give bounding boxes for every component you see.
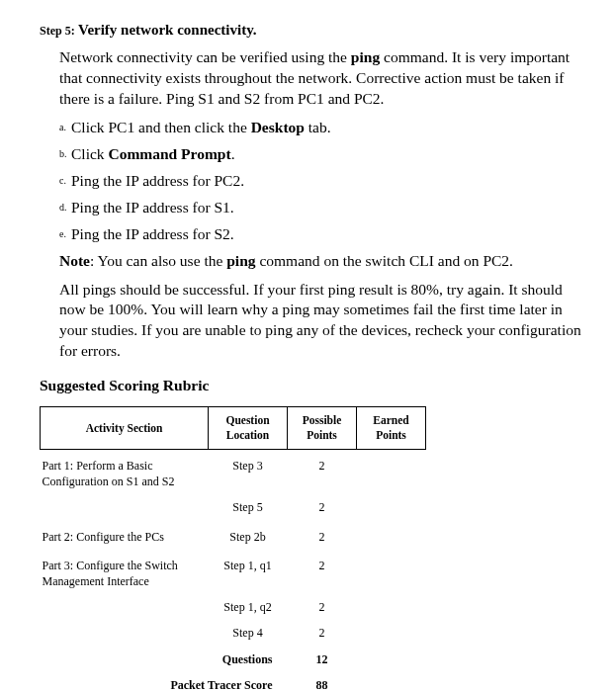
cell-earned: [357, 450, 426, 495]
note-label: Note: [59, 252, 90, 269]
header-activity: Activity Section: [41, 407, 209, 450]
substep-letter: d.: [59, 201, 67, 215]
cell-section: [41, 594, 209, 620]
table-row: Part 3: Configure the Switch Management …: [41, 550, 426, 594]
substep-a: a. Click PC1 and then click the Desktop …: [59, 118, 586, 138]
cell-earned: [357, 494, 426, 520]
cell-points: 2: [288, 494, 357, 520]
rubric-heading: Suggested Scoring Rubric: [40, 376, 586, 396]
rubric-table: Activity Section Question Location Possi…: [40, 406, 426, 692]
intro-text-a: Network connectivity can be verified usi…: [59, 48, 351, 65]
cell-points: 2: [288, 550, 357, 594]
substep-e: e. Ping the IP address for S2.: [59, 224, 586, 245]
header-earned: Earned Points: [357, 407, 426, 450]
cell-section: Part 1: Perform a Basic Configuration on…: [41, 450, 209, 495]
cell-section: Part 2: Configure the PCs: [41, 521, 209, 550]
closing-paragraph: All pings should be successful. If your …: [59, 280, 586, 363]
table-row: Step 5 2: [41, 494, 426, 520]
intro-bold: ping: [351, 48, 380, 65]
summary-points: 88: [288, 672, 357, 692]
table-row: Step 1, q2 2: [41, 594, 426, 620]
cell-location: Step 5: [209, 494, 288, 520]
step-header: Step 5: Verify network connectivity.: [40, 20, 586, 40]
note-paragraph: Note: You can also use the ping command …: [59, 251, 586, 272]
summary-row: Questions 12: [41, 647, 426, 672]
cell-points: 2: [288, 620, 357, 646]
summary-label: Questions: [209, 647, 288, 672]
substep-text: Ping the IP address for PC2.: [71, 172, 244, 189]
note-text-a: : You can also use the: [90, 252, 226, 269]
table-row: Part 2: Configure the PCs Step 2b 2: [41, 521, 426, 550]
summary-row: Packet Tracer Score 88: [41, 672, 426, 692]
note-bold: ping: [226, 252, 255, 269]
cell-points: 2: [288, 450, 357, 495]
substep-text: Ping the IP address for S1.: [71, 199, 234, 216]
summary-label: Packet Tracer Score: [41, 672, 288, 692]
cell-location: Step 2b: [209, 521, 288, 550]
cell-location: Step 1, q2: [209, 594, 288, 620]
cell-earned: [357, 594, 426, 620]
table-row: Step 4 2: [41, 620, 426, 646]
substep-bold: Desktop: [251, 119, 305, 135]
substep-post: tab.: [305, 119, 331, 135]
cell-points: 2: [288, 521, 357, 550]
substep-text: Click PC1 and then click the: [71, 119, 251, 135]
table-header-row: Activity Section Question Location Possi…: [41, 407, 426, 450]
cell-earned: [357, 550, 426, 594]
cell-section: Part 3: Configure the Switch Management …: [41, 550, 209, 594]
header-question: Question Location: [209, 407, 288, 450]
cell-location: Step 4: [209, 620, 288, 646]
note-text-c: command on the switch CLI and on PC2.: [256, 252, 513, 269]
substep-letter: b.: [59, 147, 67, 161]
substep-text: Ping the IP address for S2.: [71, 225, 234, 242]
substep-letter: c.: [59, 174, 66, 188]
cell-points: 2: [288, 594, 357, 620]
cell-section: [41, 620, 209, 646]
substep-c: c. Ping the IP address for PC2.: [59, 171, 586, 192]
substep-d: d. Ping the IP address for S1.: [59, 198, 586, 218]
intro-paragraph: Network connectivity can be verified usi…: [59, 47, 586, 110]
cell-section: [41, 494, 209, 520]
cell-location: Step 1, q1: [209, 550, 288, 594]
step-label: Step 5:: [40, 24, 75, 38]
substep-b: b. Click Command Prompt.: [59, 144, 586, 165]
substep-letter: e.: [59, 227, 66, 241]
cell-earned: [357, 521, 426, 550]
substep-bold: Command Prompt: [108, 145, 230, 162]
substep-text: Click: [71, 145, 108, 162]
summary-points: 12: [288, 647, 357, 672]
substep-letter: a.: [59, 121, 66, 134]
cell-earned: [357, 620, 426, 646]
cell-location: Step 3: [209, 450, 288, 495]
step-title: Verify network connectivity.: [78, 22, 257, 38]
header-possible: Possible Points: [288, 407, 357, 450]
substep-post: .: [231, 145, 235, 162]
table-row: Part 1: Perform a Basic Configuration on…: [41, 450, 426, 495]
substeps-list: a. Click PC1 and then click the Desktop …: [59, 118, 586, 245]
